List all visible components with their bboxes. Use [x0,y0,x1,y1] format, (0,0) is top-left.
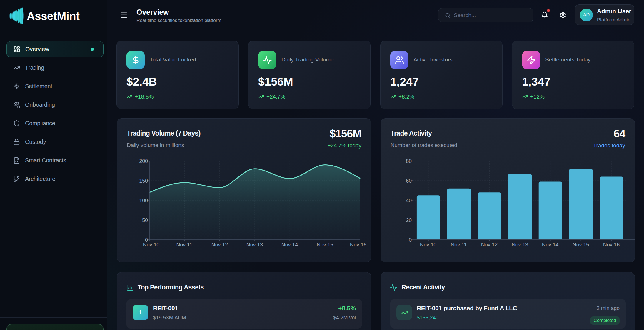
svg-text:Nov 13: Nov 13 [246,242,263,248]
svg-text:0: 0 [409,237,412,243]
svg-text:60: 60 [406,178,412,184]
svg-text:150: 150 [139,178,148,184]
svg-text:Nov 12: Nov 12 [481,242,498,248]
svg-text:80: 80 [406,158,412,164]
svg-text:Nov 11: Nov 11 [451,242,467,248]
svg-text:Nov 16: Nov 16 [603,242,620,248]
svg-text:100: 100 [139,198,148,204]
svg-text:50: 50 [142,217,148,223]
svg-text:Nov 13: Nov 13 [512,242,528,248]
svg-text:200: 200 [139,158,148,164]
svg-text:Nov 11: Nov 11 [176,242,192,248]
svg-text:Nov 10: Nov 10 [143,242,160,248]
svg-text:Nov 15: Nov 15 [317,242,333,248]
svg-text:Nov 15: Nov 15 [573,242,589,248]
svg-text:20: 20 [406,217,412,223]
svg-text:Nov 14: Nov 14 [281,242,298,248]
svg-text:Nov 16: Nov 16 [350,242,367,248]
svg-text:Nov 12: Nov 12 [211,242,228,248]
svg-text:Nov 10: Nov 10 [420,242,437,248]
svg-text:40: 40 [406,198,412,204]
svg-text:Nov 14: Nov 14 [542,242,559,248]
